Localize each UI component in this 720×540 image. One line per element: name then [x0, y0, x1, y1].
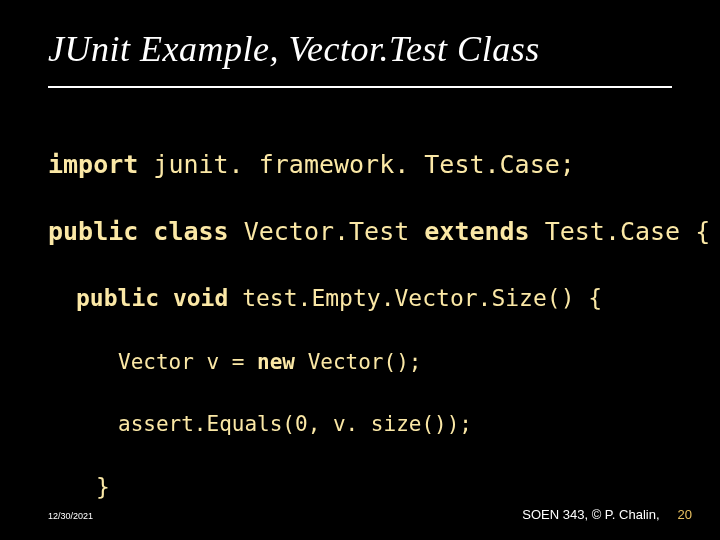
code-line: } — [48, 537, 672, 540]
keyword-import: import — [48, 150, 138, 179]
title-divider — [48, 86, 672, 88]
code-text: test.Empty.Vector.Size() { — [228, 285, 602, 311]
code-line: import junit. framework. Test.Case; — [48, 148, 672, 182]
code-text: } — [96, 474, 110, 500]
code-block: import junit. framework. Test.Case; publ… — [48, 114, 672, 540]
slide: JUnit Example, Vector.Test Class import … — [0, 0, 720, 540]
footer-right: SOEN 343, © P. Chalin, 20 — [522, 507, 692, 522]
code-text: Vector.Test — [229, 217, 425, 246]
keyword-public-class: public class — [48, 217, 229, 246]
footer-credit: SOEN 343, © P. Chalin, — [522, 507, 659, 522]
keyword-new: new — [257, 350, 295, 374]
code-text: Vector v = — [118, 350, 257, 374]
footer-page-number: 20 — [678, 507, 692, 522]
code-line: public void test.Empty.Vector.Size() { — [48, 283, 672, 314]
keyword-extends: extends — [424, 217, 529, 246]
code-text: assert.Equals(0, v. size()); — [118, 412, 472, 436]
code-line: public class Vector.Test extends Test.Ca… — [48, 215, 672, 249]
code-text: Test.Case { — [530, 217, 711, 246]
footer: 12/30/2021 SOEN 343, © P. Chalin, 20 — [48, 507, 692, 522]
code-text: junit. framework. Test.Case; — [138, 150, 575, 179]
code-text: Vector(); — [295, 350, 421, 374]
slide-title: JUnit Example, Vector.Test Class — [48, 28, 672, 80]
code-line: Vector v = new Vector(); — [48, 348, 672, 376]
keyword-public-void: public void — [76, 285, 228, 311]
code-line: } — [48, 472, 672, 503]
footer-date: 12/30/2021 — [48, 511, 93, 521]
code-line: assert.Equals(0, v. size()); — [48, 410, 672, 438]
